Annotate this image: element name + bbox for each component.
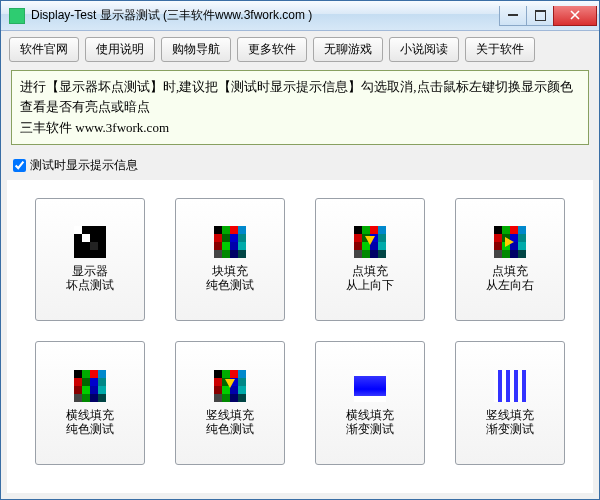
info-text-line1: 进行【显示器坏点测试】时,建议把【测试时显示提示信息】勾选取消,点击鼠标左键切换… <box>20 77 580 116</box>
window-title: Display-Test 显示器测试 (三丰软件www.3fwork.com ) <box>31 7 500 24</box>
arrow-down-icon <box>354 226 386 258</box>
games-button[interactable]: 无聊游戏 <box>313 37 383 62</box>
tile-block-fill-solid[interactable]: 块填充 纯色测试 <box>175 198 285 322</box>
info-text-line2: 三丰软件 www.3fwork.com <box>20 118 580 138</box>
tile-vline-gradient[interactable]: 竖线填充 渐变测试 <box>455 341 565 465</box>
toolbar: 软件官网 使用说明 购物导航 更多软件 无聊游戏 小说阅读 关于软件 <box>1 31 599 68</box>
app-window: Display-Test 显示器测试 (三丰软件www.3fwork.com )… <box>0 0 600 500</box>
tile-point-top-down[interactable]: 点填充 从上向下 <box>315 198 425 322</box>
more-software-button[interactable]: 更多软件 <box>237 37 307 62</box>
tile-hline-gradient[interactable]: 横线填充 渐变测试 <box>315 341 425 465</box>
close-button[interactable] <box>553 6 597 26</box>
app-icon <box>9 8 25 24</box>
tile-label: 点填充 从上向下 <box>346 264 394 293</box>
vertical-gradient-icon <box>494 370 526 402</box>
arrow-right-icon <box>494 226 526 258</box>
shopping-nav-button[interactable]: 购物导航 <box>161 37 231 62</box>
minimize-button[interactable] <box>499 6 527 26</box>
tile-dead-pixel-test[interactable]: 显示器 坏点测试 <box>35 198 145 322</box>
maximize-button[interactable] <box>526 6 554 26</box>
info-panel: 进行【显示器坏点测试】时,建议把【测试时显示提示信息】勾选取消,点击鼠标左键切换… <box>11 70 589 145</box>
tile-point-left-right[interactable]: 点填充 从左向右 <box>455 198 565 322</box>
tile-label: 竖线填充 渐变测试 <box>486 408 534 437</box>
tile-label: 竖线填充 纯色测试 <box>206 408 254 437</box>
novel-reading-button[interactable]: 小说阅读 <box>389 37 459 62</box>
tile-label: 横线填充 纯色测试 <box>66 408 114 437</box>
test-grid: 显示器 坏点测试 块填充 纯色测试 点填充 从上向下 点填充 从左向右 横线填充 <box>7 180 593 494</box>
tile-label: 块填充 纯色测试 <box>206 264 254 293</box>
tile-label: 显示器 坏点测试 <box>66 264 114 293</box>
window-controls <box>500 6 597 26</box>
website-button[interactable]: 软件官网 <box>9 37 79 62</box>
about-button[interactable]: 关于软件 <box>465 37 535 62</box>
show-tips-checkbox-row[interactable]: 测试时显示提示信息 <box>1 153 599 176</box>
instructions-button[interactable]: 使用说明 <box>85 37 155 62</box>
horizontal-gradient-icon <box>354 370 386 402</box>
show-tips-checkbox[interactable] <box>13 159 26 172</box>
color-blocks-icon <box>214 226 246 258</box>
tile-label: 点填充 从左向右 <box>486 264 534 293</box>
titlebar[interactable]: Display-Test 显示器测试 (三丰软件www.3fwork.com ) <box>1 1 599 31</box>
tile-vline-solid[interactable]: 竖线填充 纯色测试 <box>175 341 285 465</box>
tile-label: 横线填充 渐变测试 <box>346 408 394 437</box>
color-blocks-icon <box>74 370 106 402</box>
color-blocks-icon <box>214 370 246 402</box>
dead-pixel-icon <box>74 226 106 258</box>
tile-hline-solid[interactable]: 横线填充 纯色测试 <box>35 341 145 465</box>
show-tips-label: 测试时显示提示信息 <box>30 157 138 174</box>
